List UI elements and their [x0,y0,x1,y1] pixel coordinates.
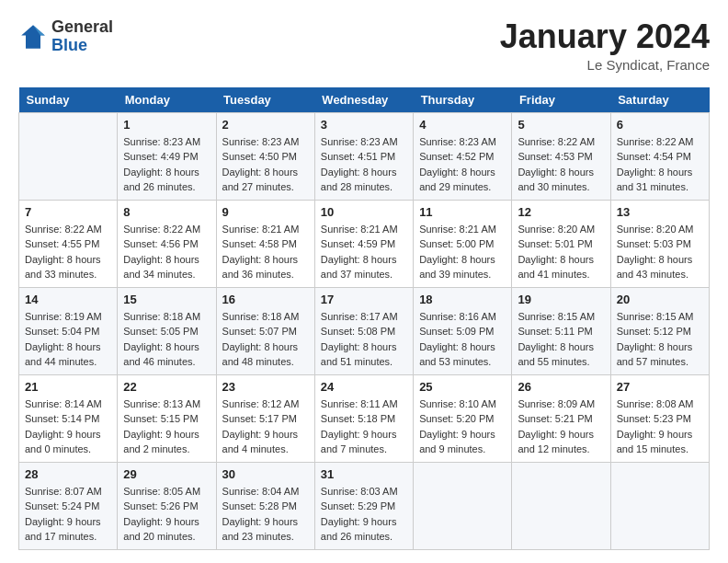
day-number: 9 [222,205,309,219]
day-number: 25 [419,380,506,394]
weekday-header-row: SundayMondayTuesdayWednesdayThursdayFrid… [19,87,710,113]
day-info: Sunrise: 8:13 AMSunset: 5:15 PMDaylight:… [123,396,210,457]
weekday-header: Friday [512,87,610,113]
day-info: Sunrise: 8:11 AMSunset: 5:18 PMDaylight:… [321,396,407,457]
calendar-cell: 27Sunrise: 8:08 AMSunset: 5:23 PMDayligh… [610,374,709,462]
weekday-header: Monday [118,87,216,113]
calendar-cell: 4Sunrise: 8:23 AMSunset: 4:52 PMDaylight… [414,112,512,200]
weekday-header: Saturday [610,87,709,113]
day-number: 28 [25,467,111,481]
calendar-cell: 15Sunrise: 8:18 AMSunset: 5:05 PMDayligh… [118,287,216,374]
calendar-cell: 22Sunrise: 8:13 AMSunset: 5:15 PMDayligh… [118,374,216,462]
day-number: 11 [419,205,506,219]
day-number: 7 [25,205,111,219]
day-number: 29 [123,467,210,481]
calendar-cell: 23Sunrise: 8:12 AMSunset: 5:17 PMDayligh… [216,374,314,462]
calendar-cell: 5Sunrise: 8:22 AMSunset: 4:53 PMDaylight… [512,112,610,200]
day-info: Sunrise: 8:23 AMSunset: 4:51 PMDaylight:… [321,134,407,195]
calendar-cell: 31Sunrise: 8:03 AMSunset: 5:29 PMDayligh… [314,462,413,549]
calendar-cell: 20Sunrise: 8:15 AMSunset: 5:12 PMDayligh… [610,287,709,374]
day-info: Sunrise: 8:15 AMSunset: 5:12 PMDaylight:… [617,309,703,370]
svg-marker-0 [21,25,45,49]
calendar-week-row: 1Sunrise: 8:23 AMSunset: 4:49 PMDaylight… [19,112,710,200]
weekday-header: Wednesday [314,87,413,113]
calendar-cell: 17Sunrise: 8:17 AMSunset: 5:08 PMDayligh… [314,287,413,374]
logo-general-text: General [51,17,113,36]
calendar-cell [19,112,118,200]
calendar-cell: 1Sunrise: 8:23 AMSunset: 4:49 PMDaylight… [118,112,216,200]
calendar-cell: 11Sunrise: 8:21 AMSunset: 5:00 PMDayligh… [414,200,512,287]
calendar-cell: 8Sunrise: 8:22 AMSunset: 4:56 PMDaylight… [118,200,216,287]
logo-icon [18,22,48,52]
day-info: Sunrise: 8:17 AMSunset: 5:08 PMDaylight:… [321,309,407,370]
page-header: General Blue January 2024 Le Syndicat, F… [18,18,710,73]
calendar-cell: 13Sunrise: 8:20 AMSunset: 5:03 PMDayligh… [610,200,709,287]
day-info: Sunrise: 8:18 AMSunset: 5:05 PMDaylight:… [123,309,210,370]
calendar-cell: 10Sunrise: 8:21 AMSunset: 4:59 PMDayligh… [314,200,413,287]
day-number: 18 [419,293,506,306]
calendar-week-row: 7Sunrise: 8:22 AMSunset: 4:55 PMDaylight… [19,200,710,287]
day-number: 23 [222,380,309,394]
day-number: 8 [123,205,210,219]
day-info: Sunrise: 8:04 AMSunset: 5:28 PMDaylight:… [222,484,309,545]
day-number: 3 [321,118,407,132]
calendar-cell: 28Sunrise: 8:07 AMSunset: 5:24 PMDayligh… [19,462,118,549]
day-number: 16 [222,293,309,306]
calendar-cell: 7Sunrise: 8:22 AMSunset: 4:55 PMDaylight… [19,200,118,287]
calendar-cell: 12Sunrise: 8:20 AMSunset: 5:01 PMDayligh… [512,200,610,287]
day-info: Sunrise: 8:23 AMSunset: 4:50 PMDaylight:… [222,134,309,195]
day-number: 14 [25,293,111,306]
day-number: 30 [222,467,309,481]
weekday-header: Sunday [19,87,118,113]
day-info: Sunrise: 8:05 AMSunset: 5:26 PMDaylight:… [123,484,210,545]
day-info: Sunrise: 8:22 AMSunset: 4:55 PMDaylight:… [25,222,111,282]
day-info: Sunrise: 8:21 AMSunset: 4:58 PMDaylight:… [222,222,309,282]
calendar-cell: 26Sunrise: 8:09 AMSunset: 5:21 PMDayligh… [512,374,610,462]
location: Le Syndicat, France [500,57,710,73]
calendar-cell: 18Sunrise: 8:16 AMSunset: 5:09 PMDayligh… [414,287,512,374]
day-number: 26 [518,380,604,394]
day-number: 13 [617,205,703,219]
calendar-cell: 6Sunrise: 8:22 AMSunset: 4:54 PMDaylight… [610,112,709,200]
day-number: 4 [419,118,506,132]
calendar-week-row: 28Sunrise: 8:07 AMSunset: 5:24 PMDayligh… [19,462,710,549]
day-info: Sunrise: 8:20 AMSunset: 5:03 PMDaylight:… [617,222,703,282]
calendar-cell: 19Sunrise: 8:15 AMSunset: 5:11 PMDayligh… [512,287,610,374]
day-info: Sunrise: 8:08 AMSunset: 5:23 PMDaylight:… [617,396,703,457]
calendar-table: SundayMondayTuesdayWednesdayThursdayFrid… [18,87,710,550]
day-info: Sunrise: 8:20 AMSunset: 5:01 PMDaylight:… [518,222,604,282]
calendar-cell: 24Sunrise: 8:11 AMSunset: 5:18 PMDayligh… [314,374,413,462]
calendar-week-row: 14Sunrise: 8:19 AMSunset: 5:04 PMDayligh… [19,287,710,374]
weekday-header: Thursday [414,87,512,113]
day-info: Sunrise: 8:23 AMSunset: 4:49 PMDaylight:… [123,134,210,195]
day-number: 27 [617,380,703,394]
day-number: 31 [321,467,407,481]
calendar-cell: 9Sunrise: 8:21 AMSunset: 4:58 PMDaylight… [216,200,314,287]
calendar-cell: 2Sunrise: 8:23 AMSunset: 4:50 PMDaylight… [216,112,314,200]
day-info: Sunrise: 8:22 AMSunset: 4:56 PMDaylight:… [123,222,210,282]
day-number: 24 [321,380,407,394]
day-info: Sunrise: 8:14 AMSunset: 5:14 PMDaylight:… [25,396,111,457]
day-info: Sunrise: 8:09 AMSunset: 5:21 PMDaylight:… [518,396,604,457]
day-number: 15 [123,293,210,306]
day-number: 1 [123,118,210,132]
title-section: January 2024 Le Syndicat, France [500,18,710,73]
day-info: Sunrise: 8:18 AMSunset: 5:07 PMDaylight:… [222,309,309,370]
logo-blue-text: Blue [51,36,87,54]
calendar-cell: 3Sunrise: 8:23 AMSunset: 4:51 PMDaylight… [314,112,413,200]
day-info: Sunrise: 8:19 AMSunset: 5:04 PMDaylight:… [25,309,111,370]
logo: General Blue [18,18,113,55]
weekday-header: Tuesday [216,87,314,113]
calendar-cell: 30Sunrise: 8:04 AMSunset: 5:28 PMDayligh… [216,462,314,549]
day-info: Sunrise: 8:22 AMSunset: 4:53 PMDaylight:… [518,134,604,195]
day-number: 21 [25,380,111,394]
day-info: Sunrise: 8:10 AMSunset: 5:20 PMDaylight:… [419,396,506,457]
logo-text: General Blue [51,18,113,55]
day-number: 19 [518,293,604,306]
day-number: 22 [123,380,210,394]
day-info: Sunrise: 8:16 AMSunset: 5:09 PMDaylight:… [419,309,506,370]
day-number: 5 [518,118,604,132]
month-title: January 2024 [500,18,710,55]
calendar-cell: 21Sunrise: 8:14 AMSunset: 5:14 PMDayligh… [19,374,118,462]
day-info: Sunrise: 8:23 AMSunset: 4:52 PMDaylight:… [419,134,506,195]
